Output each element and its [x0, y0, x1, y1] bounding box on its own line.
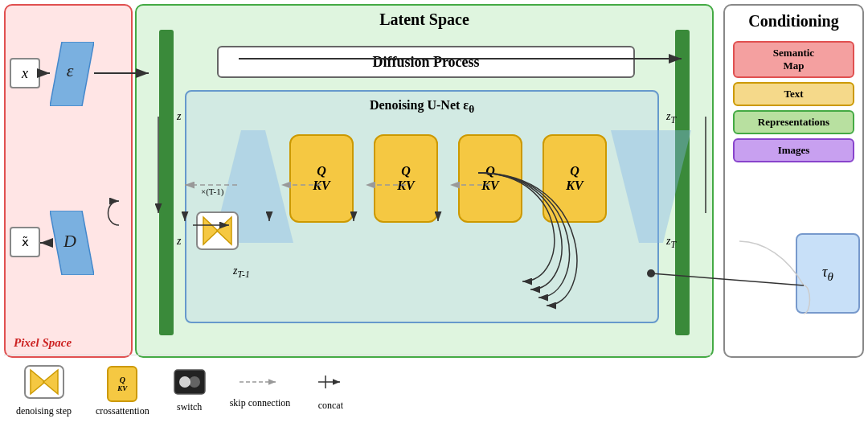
crossattention-icon: Q KV — [107, 366, 137, 402]
q-label-4: Q — [570, 164, 579, 179]
cond-text: Text — [733, 82, 854, 106]
legend-concat: concat — [314, 371, 346, 412]
x-tilde-label: x̃ — [22, 235, 29, 249]
switch-icon — [174, 369, 206, 398]
legend-skip-connection: skip connection — [230, 373, 291, 409]
kv-label-1: KV — [313, 179, 330, 193]
q-label-2: Q — [401, 164, 411, 179]
decoder-symbol: D — [63, 231, 76, 252]
zt-label-1: zT — [666, 110, 676, 125]
svg-point-29 — [189, 376, 200, 388]
x-tilde-box: x̃ — [10, 227, 40, 257]
conditioning-title: Conditioning — [725, 6, 862, 37]
cond-representations: Representations — [733, 110, 854, 134]
q-label-3: Q — [485, 164, 495, 179]
z-label-2: z — [177, 235, 181, 248]
q-label-1: Q — [317, 164, 326, 179]
concat-icon — [314, 371, 346, 396]
qkv-block-1: Q KV — [289, 134, 354, 223]
diffusion-process-label: Diffusion Process — [372, 54, 479, 71]
legend-denoising: denoising step — [16, 365, 72, 417]
cond-images: Images — [733, 138, 854, 162]
denoising-label: denoising step — [16, 405, 72, 417]
tau-theta-label: τθ — [822, 264, 833, 284]
qkv-block-2: Q KV — [374, 134, 438, 223]
zt1-label: zT-1 — [233, 265, 250, 280]
latent-space-box: Latent Space Diffusion Process Denoising… — [135, 4, 714, 358]
kv-label-4: KV — [566, 179, 583, 193]
green-bar-left — [159, 30, 174, 335]
crossattention-label: crossattention — [96, 405, 149, 417]
zt-label-2: zT — [666, 235, 676, 250]
qkv-block-4: Q KV — [542, 134, 607, 223]
skip-connection-icon — [235, 373, 284, 394]
times-label: ×(T-1) — [201, 187, 223, 196]
legend-switch: switch — [174, 369, 206, 413]
pixel-space-label: Pixel Space — [14, 336, 72, 350]
x-label: x — [22, 65, 28, 82]
unet-title: Denoising U-Net εθ — [370, 98, 474, 116]
tau-theta-box: τθ — [796, 233, 860, 314]
z-label-1: z — [177, 110, 181, 123]
legend-area: denoising step Q KV crossattention switc… — [4, 355, 711, 427]
encoder-label: ε — [50, 40, 90, 101]
decoder-label: D — [50, 211, 90, 271]
kv-label-2: KV — [397, 179, 414, 193]
diffusion-process-box: Diffusion Process — [217, 46, 635, 78]
kv-label-3: KV — [481, 179, 498, 193]
cond-semantic-map: SemanticMap — [733, 41, 854, 78]
skip-connection-label: skip connection — [230, 397, 291, 409]
legend-crossattention: Q KV crossattention — [96, 366, 149, 417]
denoising-icon — [24, 365, 64, 402]
concat-label: concat — [318, 400, 343, 412]
x-input-box: x — [10, 58, 40, 88]
svg-point-28 — [179, 376, 190, 388]
denoising-step-unet — [195, 211, 240, 251]
latent-space-title: Latent Space — [379, 10, 469, 29]
encoder-symbol: ε — [67, 60, 74, 81]
qkv-block-3: Q KV — [458, 134, 522, 223]
switch-label: switch — [177, 401, 202, 413]
